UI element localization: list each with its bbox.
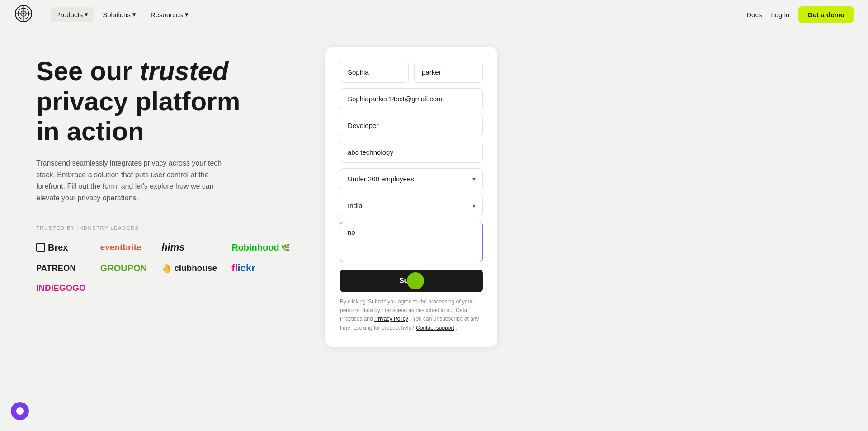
- privacy-widget[interactable]: [11, 402, 29, 420]
- trusted-section: TRUSTED BY INDUSTRY LEADERS Brex eventbr…: [36, 225, 289, 293]
- nav-docs-link[interactable]: Docs: [746, 11, 762, 19]
- country-select[interactable]: India United States United Kingdom Canad…: [340, 195, 483, 216]
- logo-clubhouse: 🤚 clubhouse: [161, 263, 217, 274]
- chevron-down-icon: ▾: [185, 10, 189, 19]
- first-name-group: [340, 62, 409, 83]
- company-group: [340, 142, 483, 163]
- last-name-input[interactable]: [414, 62, 483, 83]
- nav-products[interactable]: Products ▾: [51, 7, 94, 22]
- robinhood-leaf-icon: 🌿: [281, 243, 290, 252]
- navigation: Products ▾ Solutions ▾ Resources ▾ Docs …: [0, 0, 868, 29]
- widget-icon: [16, 407, 24, 415]
- hero-section: See our trusted privacy platform in acti…: [0, 29, 316, 320]
- hero-description: Transcend seamlessly integrates privacy …: [36, 157, 226, 204]
- logo-brex: Brex: [36, 242, 86, 253]
- main-container: See our trusted privacy platform in acti…: [0, 0, 868, 431]
- message-textarea[interactable]: no: [340, 222, 483, 262]
- logo-groupon: GROUPON: [100, 263, 147, 274]
- hero-title-line3: in action: [36, 116, 144, 146]
- logo-robinhood: Robinhood 🌿: [231, 242, 290, 253]
- hero-title-static: See our: [36, 56, 140, 85]
- cursor-indicator: [407, 272, 424, 289]
- country-wrapper: India United States United Kingdom Canad…: [340, 195, 483, 216]
- logo-eventbrite: eventbrite: [100, 242, 147, 252]
- nav-resources[interactable]: Resources ▾: [145, 7, 194, 22]
- hero-title: See our trusted privacy platform in acti…: [36, 56, 289, 147]
- nav-links: Products ▾ Solutions ▾ Resources ▾: [51, 7, 746, 22]
- company-size-select[interactable]: Under 200 employees 200-500 employees 50…: [340, 168, 483, 189]
- trusted-label: TRUSTED BY INDUSTRY LEADERS: [36, 225, 289, 231]
- privacy-policy-link[interactable]: Privacy Policy: [374, 316, 408, 322]
- email-input[interactable]: [340, 88, 483, 109]
- logo-flickr: flickr: [231, 262, 290, 274]
- job-title-input[interactable]: [340, 115, 483, 136]
- company-input[interactable]: [340, 142, 483, 163]
- email-row: [340, 88, 483, 109]
- logos-grid: Brex eventbrite hims Robinhood 🌿 PATREON…: [36, 242, 289, 293]
- chevron-down-icon: ▾: [132, 10, 136, 19]
- hero-title-italic: trusted: [140, 56, 229, 85]
- company-row: [340, 142, 483, 163]
- contact-support-link[interactable]: Contact support: [416, 325, 454, 331]
- first-name-input[interactable]: [340, 62, 409, 83]
- nav-solutions[interactable]: Solutions ▾: [97, 7, 142, 22]
- logo-patreon: PATREON: [36, 264, 86, 273]
- hero-title-line2: privacy platform: [36, 86, 240, 116]
- nav-demo-button[interactable]: Get a demo: [798, 6, 854, 23]
- job-title-group: [340, 115, 483, 136]
- brex-icon: [36, 243, 45, 252]
- company-size-wrapper: Under 200 employees 200-500 employees 50…: [340, 168, 483, 189]
- submit-button[interactable]: Submit: [340, 270, 483, 292]
- nav-right: Docs Log in Get a demo: [746, 6, 854, 23]
- job-title-row: [340, 115, 483, 136]
- logo[interactable]: [14, 5, 51, 24]
- logo-hims: hims: [161, 242, 217, 253]
- form-section: Under 200 employees 200-500 employees 50…: [316, 29, 515, 356]
- nav-login-button[interactable]: Log in: [771, 11, 789, 19]
- form-disclaimer: By clicking 'Submit' you agree to the pr…: [340, 298, 483, 332]
- logo-indiegogo: INDIEGOGO: [36, 283, 86, 293]
- form-container: Under 200 employees 200-500 employees 50…: [326, 47, 497, 347]
- name-row: [340, 62, 483, 83]
- last-name-group: [414, 62, 483, 83]
- chevron-down-icon: ▾: [85, 10, 88, 19]
- email-group: [340, 88, 483, 109]
